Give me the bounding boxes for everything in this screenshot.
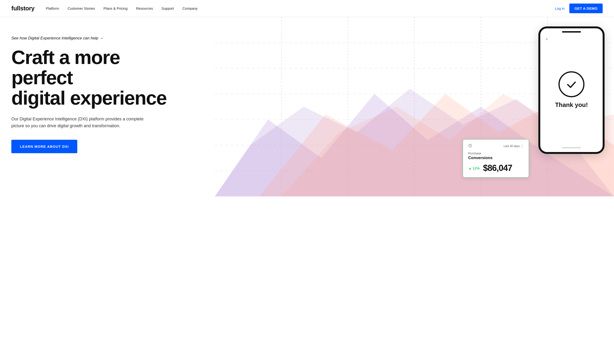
hero-tagline[interactable]: See how Digital Experience Intelligence … xyxy=(11,36,177,41)
card-header: Last 30 days ⋮ xyxy=(468,144,523,148)
card-metric: ▲ 12% $86,047 xyxy=(468,163,523,173)
hero-cta-button[interactable]: LEARN MORE ABOUT DXI xyxy=(11,140,77,153)
conversion-card: Last 30 days ⋮ Purchase Conversions ▲ 12… xyxy=(463,139,529,178)
nav-link-platform[interactable]: Platform xyxy=(46,6,59,10)
nav-link-support[interactable]: Support xyxy=(161,6,174,10)
checkmark-circle xyxy=(559,71,585,97)
phone-notch xyxy=(562,31,581,33)
metric-change: ▲ 12% xyxy=(468,166,480,170)
nav-actions: Log in GET A DEMO xyxy=(555,3,603,13)
close-icon[interactable]: × xyxy=(546,37,548,42)
phone-thank-you-text: Thank you! xyxy=(555,101,588,109)
nav-link-resources[interactable]: Resources xyxy=(136,6,153,10)
nav-link-customer-stories[interactable]: Customer Stories xyxy=(68,6,95,10)
nav-link-company[interactable]: Company xyxy=(182,6,198,10)
metric-label: Purchase xyxy=(468,152,523,155)
phone-mockup: × Thank you! xyxy=(538,26,604,154)
period-text: Last 30 days xyxy=(504,144,520,148)
hero-subtext: Our Digital Experience Intelligence (DXI… xyxy=(11,116,149,129)
get-demo-button[interactable]: GET A DEMO xyxy=(569,3,603,13)
hero-headline-line1: Craft a more perfect xyxy=(11,47,120,88)
checkmark-icon xyxy=(565,78,578,91)
hero-section: See how Digital Experience Intelligence … xyxy=(0,17,614,196)
logo[interactable]: fullstory xyxy=(11,5,35,12)
phone-home-bar xyxy=(562,147,581,148)
card-header-left xyxy=(468,144,472,148)
clock-icon xyxy=(468,144,472,148)
card-period-label: Last 30 days ⋮ xyxy=(504,144,523,148)
hero-headline-line2: digital experience xyxy=(11,87,167,109)
metric-title: Conversions xyxy=(468,156,523,160)
login-link[interactable]: Log in xyxy=(555,6,565,10)
nav-links: Platform Customer Stories Plans & Pricin… xyxy=(46,6,555,10)
metric-value: $86,047 xyxy=(483,163,512,173)
more-icon[interactable]: ⋮ xyxy=(521,144,523,148)
hero-headline: Craft a more perfect digital experience xyxy=(11,47,177,108)
hero-content: See how Digital Experience Intelligence … xyxy=(11,36,177,153)
navbar: fullstory Platform Customer Stories Plan… xyxy=(0,0,614,17)
phone-content: Thank you! xyxy=(550,71,593,109)
nav-link-plans-pricing[interactable]: Plans & Pricing xyxy=(104,6,128,10)
up-arrow-icon: ▲ xyxy=(468,166,472,170)
change-percent: 12% xyxy=(473,166,480,170)
